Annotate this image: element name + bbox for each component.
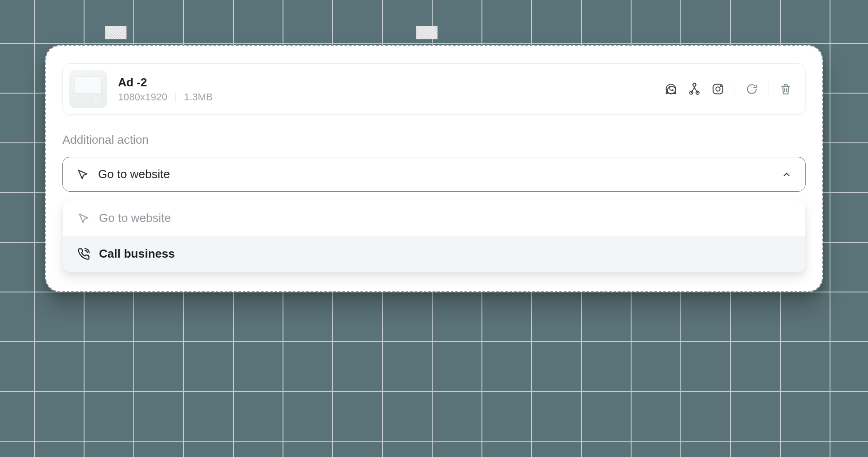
select-value: Go to website bbox=[98, 167, 773, 181]
instagram-icon bbox=[711, 82, 725, 96]
ad-filesize: 1.3MB bbox=[184, 91, 213, 103]
resize-handle[interactable] bbox=[416, 26, 438, 39]
chevron-up-icon bbox=[782, 170, 792, 179]
meta-separator bbox=[175, 92, 176, 102]
actions-separator bbox=[654, 81, 654, 97]
resize-handle[interactable] bbox=[105, 26, 127, 39]
content-card: Ad -2 1080x1920 1.3MB bbox=[45, 45, 823, 292]
option-label: Call business bbox=[99, 247, 175, 261]
option-label: Go to website bbox=[99, 211, 171, 225]
cursor-icon bbox=[77, 212, 90, 225]
svg-point-3 bbox=[716, 87, 720, 91]
phone-icon bbox=[77, 248, 90, 260]
additional-action-label: Additional action bbox=[62, 133, 806, 147]
actions-separator bbox=[769, 81, 769, 97]
action-select[interactable]: Go to website bbox=[62, 157, 806, 192]
ad-item-row: Ad -2 1080x1920 1.3MB bbox=[62, 63, 806, 115]
refresh-button[interactable] bbox=[745, 82, 759, 96]
ad-dimensions: 1080x1920 bbox=[118, 91, 167, 103]
action-dropdown: Go to website Call business bbox=[62, 200, 806, 272]
ad-title: Ad -2 bbox=[118, 75, 643, 90]
ad-thumbnail bbox=[69, 70, 107, 108]
google-ads-icon bbox=[688, 82, 701, 96]
cursor-icon bbox=[76, 168, 89, 181]
svg-point-4 bbox=[720, 85, 721, 86]
option-go-to-website[interactable]: Go to website bbox=[63, 200, 805, 236]
delete-button[interactable] bbox=[779, 82, 793, 96]
option-call-business[interactable]: Call business bbox=[63, 236, 805, 272]
actions-separator bbox=[735, 81, 735, 97]
ad-actions bbox=[654, 81, 793, 97]
ad-meta: 1080x1920 1.3MB bbox=[118, 91, 643, 103]
whatsapp-icon bbox=[664, 82, 678, 96]
